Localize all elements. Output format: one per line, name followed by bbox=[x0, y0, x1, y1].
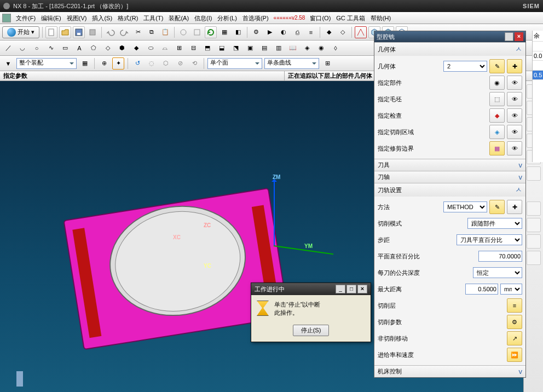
shape-icon[interactable]: ◆ bbox=[130, 42, 142, 54]
save-all-icon[interactable] bbox=[86, 26, 99, 38]
shape-icon[interactable]: ⊞ bbox=[173, 42, 185, 54]
dock-icon[interactable] bbox=[527, 201, 541, 216]
dialog-titlebar[interactable]: 工作进行中 _ □ × bbox=[251, 283, 371, 295]
simulate-icon[interactable]: ◐ bbox=[278, 26, 290, 38]
text-icon[interactable]: A bbox=[73, 42, 85, 54]
copy-icon[interactable]: ⧉ bbox=[146, 26, 158, 38]
curve-filter-combo[interactable]: 单条曲线 bbox=[264, 58, 319, 69]
filter-icon[interactable]: ▼ bbox=[2, 57, 14, 70]
menu-view[interactable]: 视图(V) bbox=[64, 12, 90, 24]
menu-file[interactable]: 文件(F) bbox=[13, 12, 38, 24]
cut-icon[interactable]: ✂ bbox=[132, 26, 144, 38]
shape-icon[interactable]: ◇ bbox=[102, 42, 114, 54]
new-geometry-icon[interactable]: ✚ bbox=[507, 59, 522, 73]
open-file-icon[interactable] bbox=[59, 26, 71, 38]
shape-icon[interactable]: ◊ bbox=[330, 42, 342, 54]
section-path-header[interactable]: 刀轨设置ㅅ bbox=[374, 183, 525, 197]
rotate-icon[interactable]: ↺ bbox=[131, 57, 143, 70]
sel-icon[interactable]: ⊕ bbox=[98, 57, 110, 70]
shape-icon[interactable]: ⊟ bbox=[187, 42, 199, 54]
sel-icon[interactable]: ▦ bbox=[79, 57, 91, 70]
refresh-icon[interactable] bbox=[205, 26, 217, 38]
depth-select[interactable]: 恒定 bbox=[473, 267, 522, 278]
sel-icon[interactable]: ⊞ bbox=[321, 57, 333, 70]
menu-edit[interactable]: 编辑(E) bbox=[38, 12, 64, 24]
menu-help[interactable]: 帮助(H) bbox=[368, 12, 394, 24]
tool-icon[interactable]: ▦ bbox=[218, 26, 230, 38]
check-display-icon[interactable]: 👁 bbox=[507, 108, 522, 123]
menu-gc[interactable]: GC 工具箱 bbox=[333, 12, 368, 24]
shape-icon[interactable]: ⬠ bbox=[88, 42, 100, 54]
noncut-icon[interactable]: ↗ bbox=[507, 331, 522, 345]
shape-icon[interactable]: ⬢ bbox=[116, 42, 128, 54]
cutlayers-icon[interactable]: ≡ bbox=[507, 298, 522, 313]
book-icon[interactable]: 📖 bbox=[287, 42, 299, 54]
spline-icon[interactable]: ∿ bbox=[45, 42, 57, 54]
assembly-scope-combo[interactable]: 整个装配 bbox=[16, 58, 77, 69]
part-display-icon[interactable]: 👁 bbox=[507, 76, 522, 90]
sel-highlight-icon[interactable]: ✦ bbox=[112, 57, 124, 70]
face-filter-combo[interactable]: 单个面 bbox=[207, 58, 262, 69]
section-geometry-header[interactable]: 几何体ㅅ bbox=[374, 43, 525, 56]
method-new-icon[interactable]: ✚ bbox=[507, 200, 522, 214]
tool-icon[interactable]: ◧ bbox=[232, 26, 244, 38]
blank-select-icon[interactable]: ⬚ bbox=[489, 92, 505, 106]
menu-format[interactable]: 格式(R) bbox=[115, 12, 141, 24]
paste-icon[interactable]: 📋 bbox=[159, 26, 171, 38]
cutarea-select-icon[interactable]: ◈ bbox=[489, 125, 505, 139]
shape-icon[interactable]: ◉ bbox=[315, 42, 327, 54]
misc-icon[interactable]: ◆ bbox=[323, 26, 335, 38]
list-icon[interactable]: ≡ bbox=[305, 26, 317, 38]
menu-assembly[interactable]: 装配(A) bbox=[166, 12, 192, 24]
minimize-icon[interactable]: _ bbox=[336, 285, 345, 293]
shape-icon[interactable]: ▥ bbox=[273, 42, 285, 54]
shape-icon[interactable]: ⬒ bbox=[201, 42, 213, 54]
undo-icon[interactable] bbox=[105, 26, 117, 38]
close-icon[interactable]: × bbox=[357, 285, 367, 293]
method-edit-icon[interactable]: ✎ bbox=[489, 200, 505, 214]
menu-insert[interactable]: 插入(S) bbox=[89, 12, 115, 24]
sliver-value-selected[interactable]: 0.5 bbox=[533, 71, 543, 80]
section-tool-header[interactable]: 刀具v bbox=[374, 159, 525, 171]
circle-icon[interactable]: ○ bbox=[31, 42, 43, 54]
trim-display-icon[interactable]: 👁 bbox=[507, 141, 522, 155]
feeds-icon[interactable]: ⏩ bbox=[507, 348, 522, 362]
section-mct-header[interactable]: 机床控制v bbox=[374, 366, 525, 377]
check-select-icon[interactable]: ◆ bbox=[489, 108, 505, 123]
redo-icon[interactable] bbox=[118, 26, 130, 38]
maxdist-unit-select[interactable]: mm bbox=[500, 284, 522, 295]
cutparams-icon[interactable]: ⚙ bbox=[507, 315, 522, 329]
misc-icon[interactable]: ◇ bbox=[337, 26, 349, 38]
post-icon[interactable]: ⎙ bbox=[291, 26, 303, 38]
blank-display-icon[interactable]: 👁 bbox=[507, 92, 522, 106]
shape-icon[interactable]: ⌓ bbox=[159, 42, 171, 54]
tool-icon[interactable] bbox=[177, 26, 189, 38]
menu-window[interactable]: 窗口(O) bbox=[307, 12, 333, 24]
dock-icon[interactable] bbox=[527, 251, 541, 265]
percent-input[interactable] bbox=[478, 251, 522, 262]
shape-icon[interactable]: ▣ bbox=[244, 42, 256, 54]
new-file-icon[interactable] bbox=[45, 26, 57, 38]
shape-icon[interactable]: ⬔ bbox=[230, 42, 242, 54]
method-select[interactable]: METHOD bbox=[443, 201, 487, 212]
wcs-icon[interactable] bbox=[355, 26, 367, 38]
panel-close-icon[interactable]: × bbox=[515, 32, 523, 41]
maxdist-input[interactable] bbox=[465, 284, 498, 295]
line-icon[interactable]: ／ bbox=[2, 42, 14, 54]
dock-icon[interactable] bbox=[527, 234, 541, 249]
section-axis-header[interactable]: 刀轴v bbox=[374, 171, 525, 183]
stop-button[interactable]: 停止(S) bbox=[293, 325, 330, 336]
rect-icon[interactable]: ▭ bbox=[59, 42, 71, 54]
panel-header[interactable]: 型腔铣 × bbox=[374, 31, 525, 42]
part-select-icon[interactable]: ◉ bbox=[489, 76, 505, 90]
tool-icon[interactable] bbox=[191, 26, 203, 38]
save-icon[interactable] bbox=[73, 26, 85, 38]
geometry-select[interactable]: 2 bbox=[443, 61, 487, 72]
panel-settings-icon[interactable] bbox=[505, 32, 513, 41]
stepover-select[interactable]: 刀具平直百分比 bbox=[457, 234, 522, 245]
menu-info[interactable]: 信息(I) bbox=[192, 12, 215, 24]
cutpattern-select[interactable]: 跟随部件 bbox=[467, 218, 522, 229]
cutarea-display-icon[interactable]: 👁 bbox=[507, 125, 522, 139]
arc-icon[interactable]: ◡ bbox=[16, 42, 28, 54]
menu-analyze[interactable]: 分析(L) bbox=[215, 12, 239, 24]
